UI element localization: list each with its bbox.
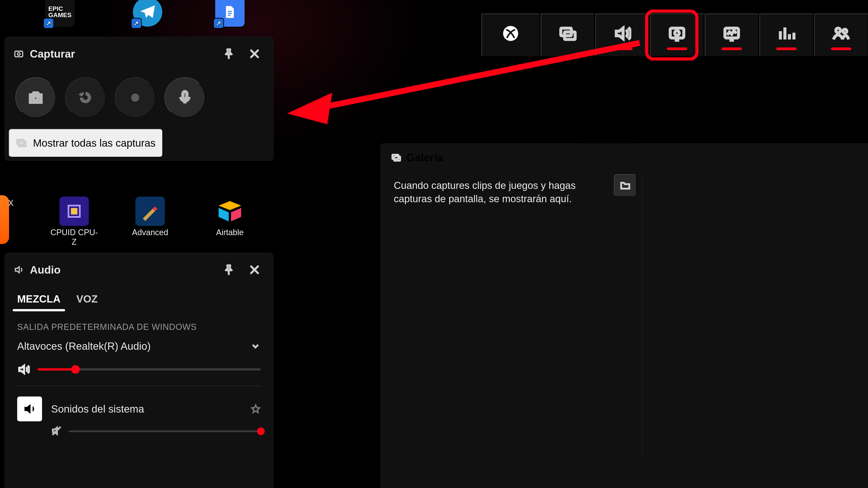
close-button[interactable]: [245, 260, 265, 280]
volume-icon: [17, 363, 30, 376]
chevron-down-icon: [250, 341, 261, 352]
output-device-select[interactable]: Altavoces (Realtek(R) Audio): [4, 334, 274, 359]
show-all-captures-button[interactable]: Mostrar todas las capturas: [8, 129, 163, 157]
svg-point-14: [33, 96, 38, 101]
toolbar-capture-button[interactable]: [650, 13, 704, 57]
system-sounds-label: Sonidos del sistema: [51, 403, 241, 415]
desktop-icon-advanced[interactable]: [135, 197, 165, 226]
desktop-icon-epicgames[interactable]: EPICGAMES: [45, 0, 74, 27]
desktop-icon-partial[interactable]: [0, 195, 9, 244]
show-all-captures-label: Mostrar todas las capturas: [33, 137, 156, 149]
start-record-button[interactable]: [115, 77, 156, 118]
capture-icon: [13, 48, 24, 59]
system-sounds-mute-button[interactable]: [51, 425, 62, 437]
desktop-icon-googledocs[interactable]: [215, 0, 245, 27]
svg-point-8: [836, 28, 840, 33]
svg-point-13: [18, 53, 20, 55]
toolbar-widgets-button[interactable]: [541, 13, 594, 57]
gallery-widget: Galería Cuando captures clips de juegos …: [380, 143, 868, 488]
gamebar-toolbar: [482, 13, 868, 57]
output-device-name: Altavoces (Realtek(R) Audio): [17, 340, 151, 352]
favorite-star-icon[interactable]: [250, 404, 261, 414]
gallery-title: Galería: [406, 151, 443, 164]
gallery-preview-pane: [642, 172, 868, 457]
pin-button[interactable]: [219, 260, 239, 280]
svg-rect-1: [71, 208, 78, 215]
audio-icon: [13, 265, 24, 275]
mic-toggle-button[interactable]: [164, 77, 205, 118]
toolbar-resources-button[interactable]: [760, 13, 813, 57]
svg-rect-15: [183, 92, 187, 99]
toolbar-social-button[interactable]: [814, 13, 868, 57]
capture-widget: Capturar Mostrar todas las capturas: [4, 37, 274, 161]
tab-voice[interactable]: VOZ: [76, 287, 98, 311]
toolbar-xbox-button[interactable]: [482, 13, 540, 57]
close-button[interactable]: [245, 44, 265, 64]
default-output-label: SALIDA PREDETERMINADA DE WINDOWS: [4, 311, 274, 334]
desktop-label: Airtable: [216, 228, 244, 237]
gallery-icon: [391, 153, 401, 163]
gallery-empty-message: Cuando captures clips de juegos y hagas …: [394, 179, 611, 205]
master-volume-slider[interactable]: [37, 368, 261, 370]
toolbar-performance-button[interactable]: [705, 13, 758, 57]
system-sounds-slider[interactable]: [69, 430, 261, 432]
record-last-button[interactable]: [65, 77, 106, 118]
capture-title: Capturar: [30, 48, 75, 60]
desktop-icon-airtable[interactable]: [215, 197, 245, 226]
svg-marker-11: [287, 93, 332, 124]
pin-button[interactable]: [219, 44, 239, 64]
svg-rect-12: [15, 51, 23, 57]
audio-title: Audio: [30, 264, 61, 276]
svg-point-9: [843, 29, 847, 33]
toolbar-audio-button[interactable]: [595, 13, 649, 57]
desktop-label: CPUID CPU-Z: [49, 228, 99, 247]
audio-widget: Audio MEZCLA VOZ SALIDA PREDETERMINADA D…: [4, 253, 274, 488]
tab-mix[interactable]: MEZCLA: [17, 287, 61, 311]
screenshot-button[interactable]: [16, 77, 56, 118]
system-sounds-icon: [17, 396, 42, 421]
svg-point-6: [675, 31, 679, 35]
desktop-icon-cpuz[interactable]: [59, 197, 89, 226]
desktop-icon-telegram[interactable]: [133, 0, 162, 27]
open-folder-button[interactable]: [614, 174, 637, 197]
desktop-label: Advanced: [132, 228, 168, 237]
